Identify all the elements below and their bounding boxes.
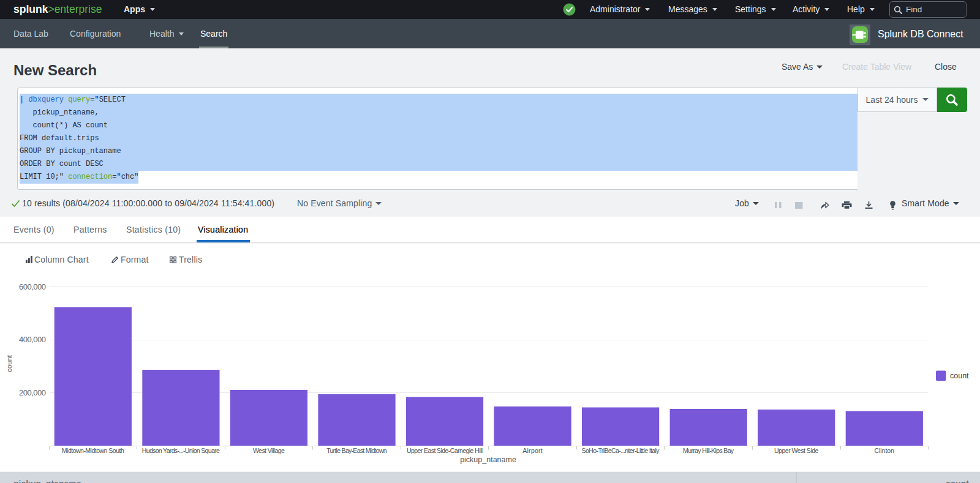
svg-text:400,000: 400,000 (19, 335, 46, 344)
svg-text:Upper West Side: Upper West Side (774, 447, 819, 454)
svg-text:Hudson Yards-...-Union Square: Hudson Yards-...-Union Square (142, 447, 220, 454)
svg-text:Murray Hill-Kips Bay: Murray Hill-Kips Bay (683, 447, 734, 454)
svg-text:Turtle Bay-East Midtown: Turtle Bay-East Midtown (326, 447, 387, 454)
svg-text:Clinton: Clinton (874, 447, 894, 454)
svg-text:200,000: 200,000 (19, 388, 46, 397)
svg-text:count: count (6, 354, 13, 372)
svg-text:count: count (950, 372, 969, 380)
svg-text:600,000: 600,000 (19, 282, 46, 291)
svg-text:Airport: Airport (522, 447, 543, 454)
svg-text:pickup_ntaname: pickup_ntaname (460, 455, 516, 464)
svg-text:Upper East Side-Carnegie Hill: Upper East Side-Carnegie Hill (407, 447, 483, 454)
svg-text:SoHo-TriBeCa-...nter-Little It: SoHo-TriBeCa-...nter-Little Italy (582, 447, 660, 454)
svg-text:West Village: West Village (253, 447, 285, 454)
svg-text:Midtown-Midtown South: Midtown-Midtown South (62, 447, 124, 454)
